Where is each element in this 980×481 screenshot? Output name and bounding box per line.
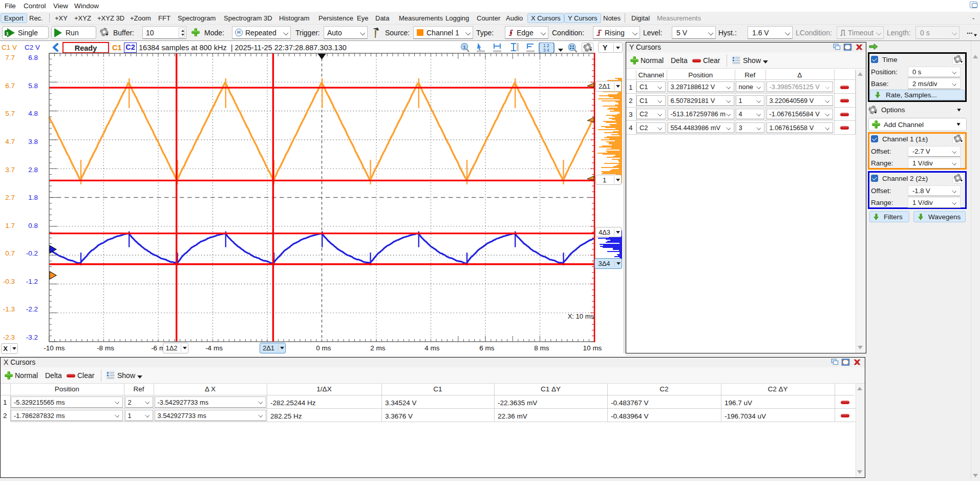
svg-text:-10 ms: -10 ms — [44, 344, 65, 352]
svg-text:6.7: 6.7 — [5, 82, 15, 90]
svg-text:1.7: 1.7 — [5, 222, 15, 229]
svg-text:2.7: 2.7 — [5, 194, 15, 201]
svg-text:C2 V: C2 V — [25, 44, 40, 51]
svg-text:0.8: 0.8 — [28, 222, 38, 229]
svg-text:4.7: 4.7 — [5, 138, 15, 145]
svg-text:4 ms: 4 ms — [424, 344, 440, 352]
svg-text:-2.2: -2.2 — [26, 305, 38, 313]
svg-text:2.8: 2.8 — [28, 166, 38, 174]
svg-text:7.7: 7.7 — [5, 54, 15, 61]
svg-text:0 ms: 0 ms — [316, 344, 331, 352]
svg-text:4.8: 4.8 — [28, 110, 38, 117]
svg-text:0.7: 0.7 — [5, 249, 15, 257]
svg-text:3.7: 3.7 — [5, 166, 15, 174]
svg-text:6 ms: 6 ms — [479, 344, 495, 352]
svg-text:X: 10 ms: X: 10 ms — [568, 312, 594, 320]
svg-text:10 ms: 10 ms — [583, 344, 602, 352]
svg-text:-0.2: -0.2 — [26, 249, 38, 257]
svg-text:2 ms: 2 ms — [370, 344, 386, 352]
svg-text:-4 ms: -4 ms — [205, 344, 223, 352]
svg-text:6.8: 6.8 — [28, 54, 38, 61]
svg-text:5.8: 5.8 — [28, 82, 38, 90]
svg-text:1.8: 1.8 — [28, 194, 38, 201]
svg-text:5.7: 5.7 — [5, 110, 15, 117]
svg-text:-1.3: -1.3 — [3, 305, 15, 313]
svg-text:-8 ms: -8 ms — [97, 344, 114, 352]
svg-text:-1.2: -1.2 — [26, 278, 38, 285]
svg-text:C1 V: C1 V — [2, 44, 17, 51]
svg-text:-0.3: -0.3 — [3, 278, 15, 285]
svg-text:3.8: 3.8 — [28, 138, 38, 145]
svg-text:-2.3: -2.3 — [3, 333, 15, 341]
svg-text:8 ms: 8 ms — [534, 344, 549, 352]
svg-text:-3.2: -3.2 — [26, 333, 38, 341]
